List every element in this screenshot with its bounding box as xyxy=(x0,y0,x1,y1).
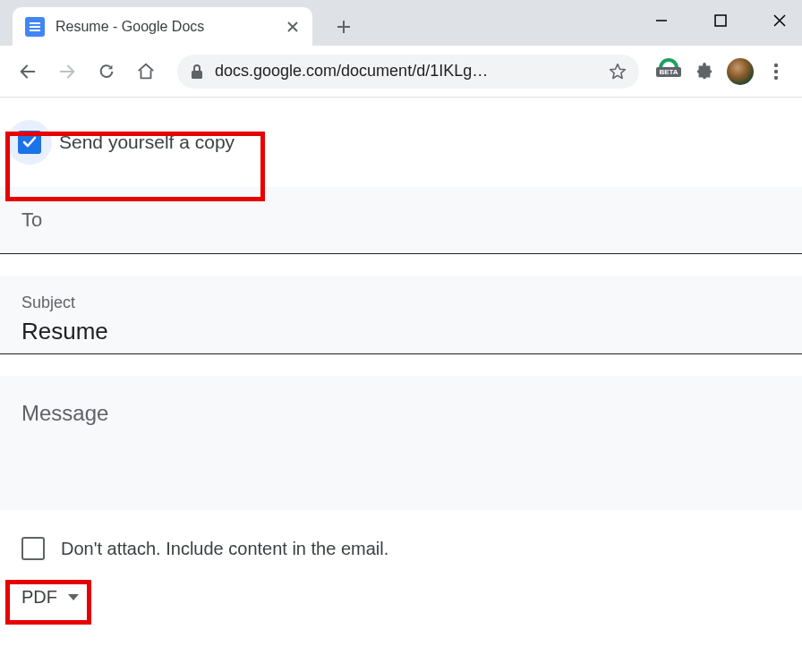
to-field[interactable]: To xyxy=(0,187,802,254)
svg-rect-1 xyxy=(192,71,202,79)
send-yourself-copy-checkbox[interactable] xyxy=(18,131,41,154)
url-text: docs.google.com/document/d/1IKLg… xyxy=(215,62,598,81)
profile-avatar[interactable] xyxy=(727,58,754,85)
dont-attach-checkbox[interactable] xyxy=(21,537,45,560)
email-dialog: Send yourself a copy To Subject Resume M… xyxy=(0,98,802,622)
dont-attach-label: Don't attach. Include content in the ema… xyxy=(61,539,388,559)
back-button[interactable] xyxy=(13,56,43,87)
beta-badge: BETA xyxy=(656,67,680,77)
format-selected-label: PDF xyxy=(21,587,57,608)
google-docs-icon xyxy=(25,17,45,37)
message-label: Message xyxy=(21,401,781,426)
format-row: PDF xyxy=(0,573,802,622)
svg-point-4 xyxy=(774,75,778,79)
browser-toolbar: docs.google.com/document/d/1IKLg… BETA xyxy=(0,46,802,98)
beta-extension-icon[interactable]: BETA xyxy=(655,56,682,87)
tab-close-icon[interactable] xyxy=(286,20,300,34)
window-controls xyxy=(650,9,791,32)
browser-menu-button[interactable] xyxy=(763,58,789,85)
home-button[interactable] xyxy=(131,56,161,87)
message-field[interactable]: Message xyxy=(0,376,802,510)
chevron-down-icon xyxy=(68,594,79,600)
format-dropdown[interactable]: PDF xyxy=(16,583,84,611)
reload-button[interactable] xyxy=(91,56,122,87)
subject-label: Subject xyxy=(21,293,781,312)
forward-button[interactable] xyxy=(52,56,82,87)
address-bar[interactable]: docs.google.com/document/d/1IKLg… xyxy=(177,55,639,89)
svg-point-3 xyxy=(774,69,778,72)
subject-field[interactable]: Subject Resume xyxy=(0,276,802,354)
svg-rect-0 xyxy=(715,15,726,26)
lock-icon xyxy=(190,64,204,80)
send-yourself-copy-row: Send yourself a copy xyxy=(0,98,802,187)
subject-value: Resume xyxy=(21,318,781,348)
svg-point-2 xyxy=(774,63,778,66)
bookmark-star-icon[interactable] xyxy=(609,63,627,81)
to-label: To xyxy=(21,208,781,232)
tab-title: Resume - Google Docs xyxy=(55,19,277,35)
dont-attach-row: Don't attach. Include content in the ema… xyxy=(0,510,802,573)
new-tab-button[interactable] xyxy=(330,13,357,40)
extensions-icon[interactable] xyxy=(691,58,718,85)
browser-tab[interactable]: Resume - Google Docs xyxy=(13,7,312,46)
browser-tab-strip: Resume - Google Docs xyxy=(0,0,802,46)
maximize-button[interactable] xyxy=(709,9,732,32)
minimize-button[interactable] xyxy=(650,9,673,32)
send-yourself-copy-label: Send yourself a copy xyxy=(59,132,235,153)
close-window-button[interactable] xyxy=(768,9,791,32)
